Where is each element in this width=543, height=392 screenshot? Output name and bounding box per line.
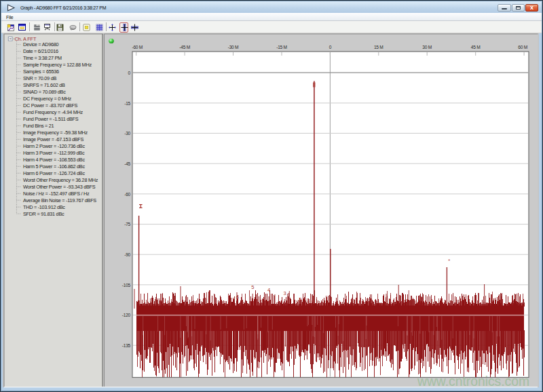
svg-text:-135: -135: [122, 343, 131, 348]
svg-text:THD = -103.912 dBc: THD = -103.912 dBc: [23, 204, 65, 210]
svg-text:*: *: [448, 258, 450, 264]
svg-text:Fund Power = -1.511 dBFS: Fund Power = -1.511 dBFS: [23, 116, 79, 122]
svg-text:-45: -45: [124, 161, 130, 166]
svg-text:Harm 5 Power = -106.862 dBc: Harm 5 Power = -106.862 dBc: [23, 163, 85, 170]
svg-text:Image Power = -67.153 dBFS: Image Power = -67.153 dBFS: [23, 136, 83, 142]
svg-text:6: 6: [236, 294, 238, 300]
svg-text:2: 2: [299, 296, 301, 302]
svg-text:-60: -60: [124, 192, 130, 197]
svg-text:5: 5: [251, 284, 254, 290]
svg-text:Noise / Hz = -152.497 dBFS / H: Noise / Hz = -152.497 dBFS / Hz: [23, 191, 90, 197]
svg-text:Harm 3 Power = -112.999 dBc: Harm 3 Power = -112.999 dBc: [23, 150, 85, 156]
svg-text:SNR = 70.09 dB: SNR = 70.09 dB: [23, 75, 56, 81]
svg-text:Worst Other Power = -93.343 dB: Worst Other Power = -93.343 dBFS: [23, 184, 96, 190]
svg-text:DC Frequency = 0 MHz: DC Frequency = 0 MHz: [23, 96, 71, 102]
svg-text:DC Power = -83.707 dBFS: DC Power = -83.707 dBFS: [23, 102, 78, 109]
svg-text:Image Frequency = -59.38 MHz: Image Frequency = -59.38 MHz: [23, 130, 88, 136]
svg-text:45 M: 45 M: [471, 45, 481, 50]
svg-text:Sample Frequency = 122.88 MHz: Sample Frequency = 122.88 MHz: [23, 62, 92, 68]
svg-text:Fund Bins = 21: Fund Bins = 21: [23, 123, 54, 129]
svg-text:-45 M: -45 M: [179, 45, 190, 50]
svg-text:30 M: 30 M: [422, 45, 432, 50]
svg-text:-120: -120: [122, 313, 131, 317]
svg-text:Harm 4 Power = -108.553 dBc: Harm 4 Power = -108.553 dBc: [23, 157, 85, 163]
svg-text:3: 3: [283, 290, 286, 296]
svg-text:4: 4: [267, 287, 270, 293]
svg-text:SNRFS = 71.602 dB: SNRFS = 71.602 dB: [23, 82, 65, 88]
svg-text:-15: -15: [124, 101, 130, 106]
svg-text:www.cntronics.com: www.cntronics.com: [417, 374, 529, 389]
svg-text:Worst Other Frequency = 36.28: Worst Other Frequency = 36.28 MHz: [23, 177, 98, 183]
svg-text:-15 M: -15 M: [276, 45, 287, 50]
svg-text:15 M: 15 M: [374, 45, 383, 50]
svg-text:-105: -105: [122, 283, 131, 288]
svg-text:Time = 3:38:27 PM: Time = 3:38:27 PM: [23, 55, 62, 61]
svg-text:Average Bin Noise = -119.767 d: Average Bin Noise = -119.767 dBFS: [23, 197, 96, 203]
svg-text:Device = AD9680: Device = AD9680: [23, 41, 59, 47]
svg-text:Harm 2 Power = -120.736 dBc: Harm 2 Power = -120.736 dBc: [23, 143, 85, 149]
svg-text:-30 M: -30 M: [228, 45, 239, 50]
svg-text:Samples = 65536: Samples = 65536: [23, 68, 59, 75]
svg-text:Date = 6/21/2016: Date = 6/21/2016: [23, 48, 58, 54]
svg-text:-75: -75: [124, 222, 130, 227]
svg-text:0: 0: [128, 71, 131, 75]
svg-text:SINAD = 70.089 dBc: SINAD = 70.089 dBc: [23, 89, 66, 95]
svg-text:-90: -90: [124, 252, 130, 257]
svg-text:-30: -30: [124, 131, 130, 136]
svg-text:Harm 6 Power = -126.724 dBc: Harm 6 Power = -126.724 dBc: [23, 170, 85, 176]
svg-text:SFDR = 91.831 dBc: SFDR = 91.831 dBc: [23, 211, 64, 217]
svg-text:0: 0: [329, 45, 332, 50]
svg-text:-60 M: -60 M: [132, 45, 143, 50]
svg-text:Fund Frequency = -4.94 MHz: Fund Frequency = -4.94 MHz: [23, 109, 83, 115]
svg-text:Ch. A FFT: Ch. A FFT: [14, 36, 37, 42]
svg-text:60 M: 60 M: [518, 45, 527, 50]
